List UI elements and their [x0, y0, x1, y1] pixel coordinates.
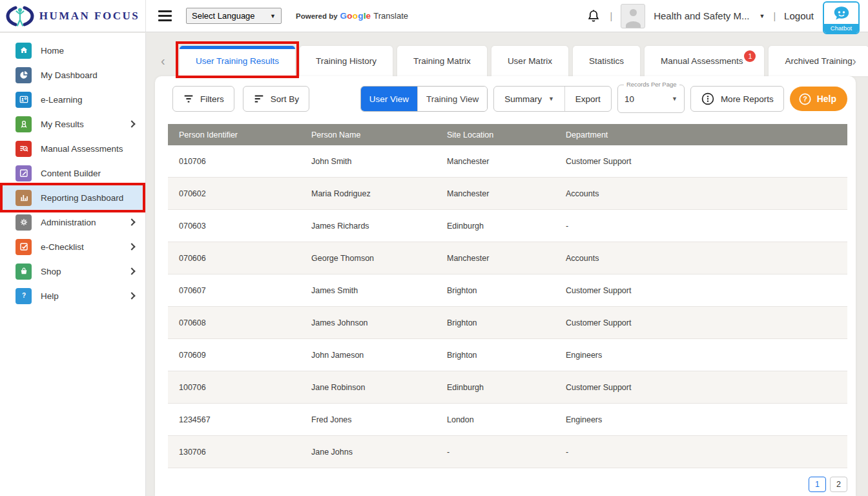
cell-department: Accounts — [555, 189, 847, 198]
chevron-right-icon — [128, 292, 135, 299]
tab-manual-assessments[interactable]: Manual Assessments 1 — [645, 46, 765, 76]
cell-person-name: Jane Robinson — [300, 383, 436, 392]
table-row[interactable]: 1234567 Fred Jones London Engineers — [168, 404, 847, 436]
user-menu-caret-icon[interactable]: ▼ — [760, 13, 765, 19]
notification-count-badge: 1 — [744, 50, 756, 62]
notification-bell-icon[interactable] — [586, 8, 601, 24]
cell-site-location: Manchester — [436, 189, 555, 198]
cell-person-name: Fred Jones — [300, 415, 436, 424]
tab-statistics[interactable]: Statistics — [573, 46, 640, 76]
cell-site-location: Brighton — [436, 351, 555, 360]
sidebar-item-content-builder[interactable]: Content Builder — [0, 161, 145, 185]
user-menu[interactable]: Health and Safety M... — [654, 10, 749, 21]
sidebar-item-administration[interactable]: Administration — [0, 210, 145, 234]
table-row[interactable]: 070608 James Johnson Brighton Customer S… — [168, 307, 847, 339]
table-row[interactable]: 100706 Jane Robinson Edinburgh Customer … — [168, 371, 847, 404]
tabs-scroll-right-icon[interactable]: › — [852, 54, 856, 67]
content-panel: Filters Sort By User View Training View — [155, 76, 856, 496]
cell-department: Customer Support — [555, 318, 847, 327]
cell-person-name: James Richards — [300, 222, 436, 231]
export-button[interactable]: Export — [564, 87, 611, 111]
tab-training-matrix[interactable]: Training Matrix — [397, 46, 487, 76]
tab-label: User Training Results — [196, 56, 279, 66]
sidebar-item-reporting-dashboard[interactable]: Reporting Dashboard — [0, 185, 145, 210]
google-translate-attribution: Powered by Google Translate — [296, 11, 408, 21]
table-row[interactable]: 070607 James Smith Brighton Customer Sup… — [168, 274, 847, 307]
user-view-toggle[interactable]: User View — [361, 87, 417, 111]
cell-person-name: Jane Johns — [300, 448, 436, 457]
table-row[interactable]: 070603 James Richards Edinburgh - — [168, 210, 847, 242]
chevron-right-icon — [128, 218, 135, 225]
cell-person-name: Maria Rodriguez — [300, 189, 436, 198]
sidebar-item-label: Home — [41, 46, 64, 56]
cell-site-location: - — [436, 448, 555, 457]
table-row[interactable]: 010706 John Smith Manchester Customer Su… — [168, 145, 847, 178]
hamburger-menu-icon[interactable] — [158, 10, 172, 21]
sidebar-item-label: Shop — [41, 267, 61, 276]
summary-dropdown[interactable]: Summary ▼ — [494, 87, 564, 111]
filters-label: Filters — [200, 94, 224, 104]
training-view-toggle[interactable]: Training View — [417, 87, 487, 111]
user-avatar[interactable] — [621, 4, 645, 28]
sidebar-item-my-dashboard[interactable]: My Dashboard — [0, 63, 145, 87]
table-row[interactable]: 130706 Jane Johns - - — [168, 436, 847, 468]
language-select[interactable]: Select Language ▼ — [186, 8, 282, 24]
chevron-right-icon — [128, 267, 135, 274]
chevron-down-icon: ▼ — [548, 96, 554, 102]
tabs-scroll-left-icon[interactable]: ‹ — [161, 54, 165, 67]
cell-site-location: London — [436, 415, 555, 424]
tab-label: Manual Assessments — [661, 56, 743, 66]
export-label: Export — [575, 94, 601, 104]
sidebar-item-elearning[interactable]: e-Learning — [0, 87, 145, 112]
home-icon — [16, 43, 32, 59]
header-separator: | — [610, 11, 612, 21]
table-row[interactable]: 070609 John Jameson Brighton Engineers — [168, 339, 847, 371]
more-options-circle-icon — [701, 92, 715, 106]
sidebar-item-help[interactable]: ? Help — [0, 284, 145, 308]
cell-site-location: Brighton — [436, 318, 555, 327]
cell-person-identifier: 070602 — [168, 189, 300, 198]
table-row[interactable]: 070602 Maria Rodriguez Manchester Accoun… — [168, 178, 847, 210]
tab-label: Training Matrix — [413, 56, 471, 66]
page-button-1[interactable]: 1 — [809, 477, 826, 492]
view-toggle: User View Training View — [360, 86, 488, 112]
help-button[interactable]: ? Help — [790, 87, 847, 111]
more-reports-button[interactable]: More Reports — [690, 86, 784, 112]
column-header: Person Identifier — [168, 130, 300, 140]
cell-person-identifier: 070609 — [168, 351, 300, 360]
sidebar-item-label: e-Learning — [41, 95, 83, 105]
sidebar-item-my-results[interactable]: My Results — [0, 112, 145, 136]
sort-by-button[interactable]: Sort By — [243, 86, 309, 112]
content-builder-icon — [16, 165, 32, 181]
user-view-label: User View — [369, 94, 409, 104]
table-row[interactable]: 070606 George Thomson Manchester Account… — [168, 242, 847, 274]
records-per-page-select[interactable]: Records Per Page 10 ▼ — [617, 85, 685, 113]
header-separator: | — [773, 11, 776, 21]
human-focus-eye-icon — [6, 3, 34, 29]
sidebar-item-home[interactable]: Home — [0, 38, 145, 63]
chatbot-button[interactable]: Chatbot — [823, 1, 860, 34]
top-header: HUMAN FOCUS Select Language ▼ Powered by… — [0, 0, 868, 32]
tab-user-training-results[interactable]: User Training Results — [180, 46, 295, 76]
cell-person-identifier: 070606 — [168, 254, 300, 263]
cell-department: Accounts — [555, 254, 847, 263]
filters-button[interactable]: Filters — [172, 86, 234, 112]
sidebar-item-manual-assessments[interactable]: Manual Assessments — [0, 136, 145, 161]
chatbot-label: Chatbot — [824, 24, 858, 33]
cell-person-identifier: 070608 — [168, 318, 300, 327]
sidebar-item-echecklist[interactable]: e-Checklist — [0, 234, 145, 259]
summary-export-group: Summary ▼ Export — [493, 86, 612, 112]
chevron-right-icon — [128, 243, 135, 250]
logout-link[interactable]: Logout — [784, 10, 814, 21]
sidebar-item-shop[interactable]: Shop — [0, 259, 145, 284]
results-table: Person Identifier Person Name Site Locat… — [168, 124, 847, 468]
cell-person-identifier: 010706 — [168, 157, 300, 166]
tab-training-history[interactable]: Training History — [300, 46, 393, 76]
table-header-row: Person Identifier Person Name Site Locat… — [168, 124, 847, 145]
cell-department: Engineers — [555, 351, 847, 360]
checklist-icon — [16, 239, 32, 255]
page-button-2[interactable]: 2 — [830, 477, 847, 492]
tab-user-matrix[interactable]: User Matrix — [491, 46, 568, 76]
sidebar-item-label: e-Checklist — [41, 242, 84, 252]
dashboard-pie-icon — [16, 67, 32, 83]
